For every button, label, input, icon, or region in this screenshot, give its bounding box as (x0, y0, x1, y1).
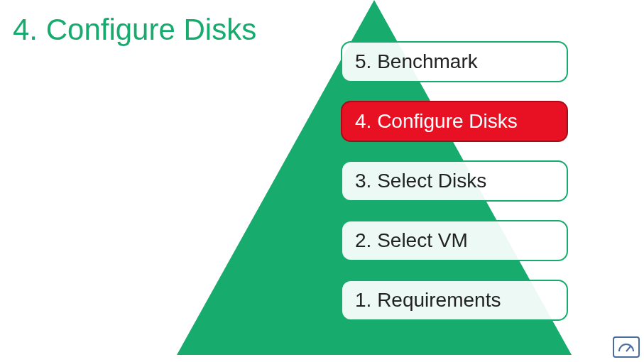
step-1-requirements: 1. Requirements (341, 280, 568, 321)
step-4-configure-disks: 4. Configure Disks (341, 101, 568, 142)
step-3-select-disks: 3. Select Disks (341, 160, 568, 202)
gauge-icon (618, 342, 635, 352)
steps-stack: 5. Benchmark 4. Configure Disks 3. Selec… (341, 41, 568, 339)
brand-logo (613, 336, 640, 358)
svg-line-0 (626, 346, 631, 351)
step-5-benchmark: 5. Benchmark (341, 41, 568, 82)
step-2-select-vm: 2. Select VM (341, 220, 568, 261)
